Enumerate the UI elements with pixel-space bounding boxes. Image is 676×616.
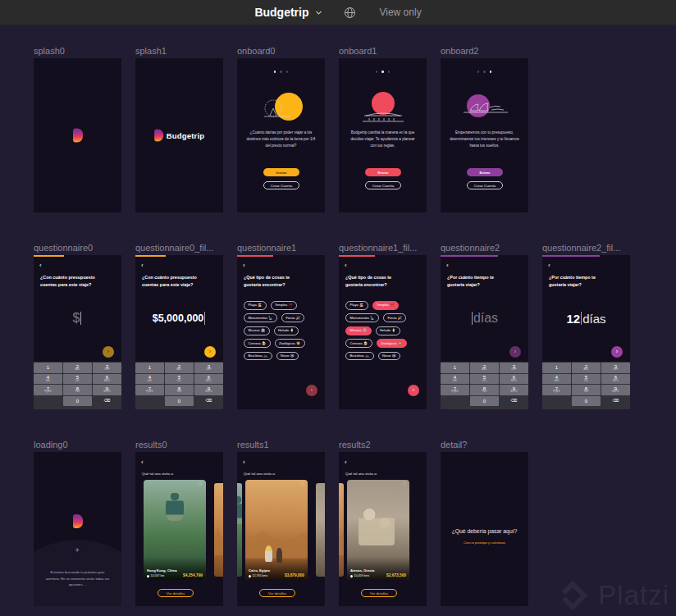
keypad-key[interactable]: 5 JKL xyxy=(470,374,499,385)
primary-button[interactable]: Entrar xyxy=(365,168,401,176)
backspace-key[interactable]: ⌫ xyxy=(194,396,223,407)
keypad-key[interactable]: 9 WXYZ xyxy=(500,385,528,395)
frame-title[interactable]: onboard1 xyxy=(339,45,439,58)
days-input[interactable]: días xyxy=(441,308,528,329)
keypad-key[interactable]: 4 GHI xyxy=(542,374,571,385)
days-input[interactable]: 12días xyxy=(542,308,630,329)
interest-chip[interactable]: Templos ⛩️ xyxy=(372,301,400,310)
frame-title[interactable]: loading0 xyxy=(34,439,134,452)
frame-title[interactable]: onboard0 xyxy=(237,45,337,58)
keypad-key[interactable]: 3 DEF xyxy=(601,363,630,373)
keypad-key[interactable]: 2 ABC xyxy=(572,363,601,373)
keypad-key[interactable]: 9 WXYZ xyxy=(194,385,223,395)
interest-chip[interactable]: Cerveza 🍺 xyxy=(345,339,372,348)
next-button[interactable] xyxy=(509,346,521,358)
destination-card[interactable]: Atenas, Grecia 10,459 kms $2,673,500 xyxy=(347,480,409,580)
keypad-key[interactable]: 2 ABC xyxy=(165,363,194,373)
keypad-key[interactable]: 4 GHI xyxy=(34,374,62,385)
backspace-key[interactable]: ⌫ xyxy=(93,396,121,407)
keypad-key-0[interactable]: 0 xyxy=(165,396,194,407)
keypad-key[interactable]: 6 MNO xyxy=(194,374,223,385)
frame-title[interactable]: questionnaire2 xyxy=(441,242,541,255)
interest-chip[interactable]: Playa 🏖️ xyxy=(345,301,368,310)
create-account-button[interactable]: Crear Cuenta xyxy=(467,181,503,189)
keypad-key[interactable]: 5 JKL xyxy=(165,374,194,385)
keypad-key[interactable]: 7 PQRS xyxy=(34,385,62,395)
back-icon[interactable] xyxy=(39,262,42,269)
interest-chip[interactable]: Zoológicos 🦁 xyxy=(377,339,407,348)
interest-chip[interactable]: Zoológicos 🦁 xyxy=(275,339,305,348)
frame-title[interactable]: questionnaire1_fil... xyxy=(339,242,439,255)
frame-questionnaire2-fil[interactable]: ¿Por cuánto tiempo te gustaría viajar? 1… xyxy=(542,255,630,409)
interest-chip[interactable]: Nieve ❄️ xyxy=(378,352,401,361)
keypad-key[interactable]: 5 JKL xyxy=(63,374,92,385)
keypad-key[interactable]: 7 PQRS xyxy=(542,385,571,395)
back-icon[interactable] xyxy=(548,262,550,269)
keypad-key[interactable]: 6 MNO xyxy=(601,374,630,385)
keypad-key[interactable]: 3 DEF xyxy=(194,363,223,373)
back-icon[interactable] xyxy=(345,459,347,466)
frame-detail[interactable]: ¿Qué debería pasar aquí? Crea tu prototi… xyxy=(441,452,528,606)
chevron-down-icon[interactable] xyxy=(315,9,322,16)
frame-questionnaire0[interactable]: ¿Con cuánto presupuesto cuentas para est… xyxy=(34,255,121,409)
keypad-key[interactable]: 8 TUV xyxy=(470,385,499,395)
ver-detalles-button[interactable]: Ver detalles xyxy=(158,589,194,597)
keypad-key[interactable]: 3 DEF xyxy=(93,363,121,373)
budget-input[interactable]: $5,000,000 xyxy=(135,308,223,329)
back-icon[interactable] xyxy=(446,262,449,269)
next-button[interactable] xyxy=(103,346,114,358)
frame-results0[interactable]: Qué tal una visita a: Hong Kong, China 1… xyxy=(135,452,223,606)
back-icon[interactable] xyxy=(345,262,347,269)
keypad-key[interactable]: 8 TUV xyxy=(63,385,92,395)
keypad-key[interactable]: 2 ABC xyxy=(63,363,92,373)
destination-card[interactable]: Cairo, Egipto 12,765 kms $3,879,800 xyxy=(245,480,308,580)
frame-title[interactable]: results1 xyxy=(237,439,337,452)
interest-chip[interactable]: Bicicletas 🚲 xyxy=(345,352,374,361)
frame-splash0[interactable] xyxy=(34,58,121,212)
frame-results1[interactable]: Qué tal una visita a: Cairo, Egipto 12,7… xyxy=(237,452,325,606)
next-button[interactable] xyxy=(611,346,623,358)
next-button[interactable] xyxy=(306,385,317,396)
keypad-key[interactable]: 9 WXYZ xyxy=(601,385,630,395)
primary-button[interactable]: Iniciar xyxy=(263,168,299,176)
back-icon[interactable] xyxy=(141,459,144,466)
ver-detalles-button[interactable]: Ver detalles xyxy=(259,589,295,597)
keypad-key[interactable]: 4 GHI xyxy=(441,374,469,385)
favorite-icon[interactable] xyxy=(199,482,203,486)
interest-chip[interactable]: Museos 🏛️ xyxy=(345,326,372,335)
interest-chip[interactable]: Fiesta 🎉 xyxy=(383,313,406,322)
keypad-key[interactable]: 5 JKL xyxy=(572,374,601,385)
keypad-key[interactable]: 1 xyxy=(542,363,571,373)
keypad-key[interactable]: 3 DEF xyxy=(500,363,528,373)
backspace-key[interactable]: ⌫ xyxy=(500,396,528,407)
frame-title[interactable]: results2 xyxy=(339,439,439,452)
back-icon[interactable] xyxy=(243,262,245,269)
keypad-key[interactable]: 2 ABC xyxy=(470,363,499,373)
next-destination-card[interactable] xyxy=(214,483,223,577)
frame-onboard2[interactable]: Empezaremos con tu presupuesto, determin… xyxy=(441,58,528,212)
interest-chip[interactable]: Bicicletas 🚲 xyxy=(244,352,272,361)
interest-chip[interactable]: Museos 🏛️ xyxy=(244,326,270,335)
keypad-key-0[interactable]: 0 xyxy=(470,396,499,407)
frame-questionnaire2[interactable]: ¿Por cuánto tiempo te gustaría viajar? d… xyxy=(441,255,528,409)
keypad-key[interactable]: 7 PQRS xyxy=(441,385,469,395)
ver-detalles-button[interactable]: Ver detalles xyxy=(361,589,397,597)
keypad-key[interactable]: 8 TUV xyxy=(165,385,194,395)
frame-questionnaire0-fil[interactable]: ¿Con cuánto presupuesto cuentas para est… xyxy=(135,255,223,409)
keypad-key[interactable]: 6 MNO xyxy=(500,374,528,385)
interest-chip[interactable]: Playa 🏖️ xyxy=(244,301,267,310)
frame-questionnaire1-fil[interactable]: ¿Qué tipo de cosas te gustaría encontrar… xyxy=(339,255,427,409)
frame-onboard0[interactable]: ¿Cuánto darías por poder viajar a los de… xyxy=(237,58,325,212)
favorite-icon[interactable] xyxy=(403,482,406,486)
favorite-icon[interactable] xyxy=(301,482,304,486)
frame-title[interactable]: detail? xyxy=(441,439,541,452)
keypad-key[interactable]: 1 xyxy=(135,363,164,373)
frame-onboard1[interactable]: Budgetrip cambia la manera en la que dec… xyxy=(339,58,427,212)
budget-input[interactable]: $ xyxy=(34,308,121,329)
frame-title[interactable]: splash1 xyxy=(135,45,235,58)
frame-title[interactable]: results0 xyxy=(135,439,235,452)
frame-splash1[interactable]: Budgetrip xyxy=(135,58,223,212)
frame-title[interactable]: questionnaire0 xyxy=(34,242,134,255)
frame-title[interactable]: questionnaire1 xyxy=(237,242,337,255)
backspace-key[interactable]: ⌫ xyxy=(601,396,630,407)
